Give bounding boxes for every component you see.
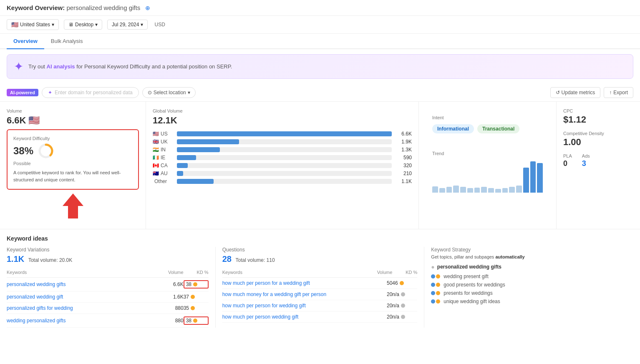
tab-bulk-analysis[interactable]: Bulk Analysis [44,34,90,49]
kd-badge: 46 [392,280,417,286]
kd-dot [191,295,195,299]
us-flag: 🇺🇸 [28,115,40,126]
kd-dot [401,292,405,296]
bar-row: 🇦🇺 AU 210 [153,171,412,176]
bar-value: 1.1K [395,178,412,184]
strategy-item: unique wedding gift ideas [431,299,627,304]
strategy-item: good presents for weddings [431,282,627,288]
update-metrics-button[interactable]: ↺ Update metrics [550,87,601,98]
country-flag: 🇺🇸 [11,21,18,28]
trend-bars [432,159,543,193]
keyword-link[interactable]: how much per person wedding gift [222,314,368,320]
dot1 [431,283,435,287]
strategy-dots [431,274,440,279]
keyword-link[interactable]: wedding personalized gifts [7,318,159,324]
strategy-item-label: unique wedding gift ideas [443,299,500,304]
volume-cell: 20 [367,314,392,320]
kd-badge: 35 [184,305,209,311]
volume-label: Volume [7,108,139,113]
kd-badge: n/a [392,291,417,297]
dot2 [436,291,440,295]
ai-analysis-link[interactable]: AI analysis [47,63,75,70]
country-flag: 🇬🇧 [153,139,159,145]
trend-bar [467,188,473,193]
date-filter[interactable]: Jul 29, 2024 ▾ [107,20,148,30]
keyword-ideas-grid: Keyword Variations 1.1K Total volume: 20… [7,247,633,328]
chevron-down-icon: ▾ [188,90,190,95]
location-select[interactable]: ⊙ Select location ▾ [142,87,196,98]
variations-count: 1.1K [7,254,24,264]
desktop-icon: 🖥 [68,22,73,28]
ads-value: 3 [582,159,590,168]
dot2 [436,283,440,287]
global-volume-label: Global Volume [153,108,412,113]
keyword-link[interactable]: personalized wedding gift [7,294,159,300]
strategy-dots [431,283,440,287]
export-button[interactable]: ↑ Export [604,87,633,98]
trend-bar [488,188,494,193]
strategy-item-label: good presents for weddings [443,282,505,288]
tabs: Overview Bulk Analysis [0,34,640,49]
volume-cell: 50 [367,280,392,286]
kd-dot [401,304,405,308]
bar-country: 🇦🇺 AU [153,171,174,176]
top-bar: Keyword Overview: personalized wedding g… [0,0,640,16]
cpc-value: $1.12 [563,114,633,125]
ai-powered-badge: AI-powered [7,89,38,96]
bar-wrap [177,131,392,136]
strategy-item: presents for weddings [431,290,627,296]
dot1 [431,274,435,279]
dot1 [431,291,435,295]
bar-wrap [177,179,392,184]
global-volume-bars: 🇺🇸 US 6.6K 🇬🇧 UK 1.9K 🇮🇳 IN 1.3K 🇮🇪 IE [153,131,412,184]
ai-banner: ✦ Try out AI analysis for Personal Keywo… [7,54,633,79]
bar-row: 🇮🇳 IN 1.3K [153,147,412,153]
kd-badge: 38 [184,280,209,289]
country-flag: 🇨🇦 [153,163,159,168]
device-filter[interactable]: 🖥 Desktop ▾ [64,20,102,30]
bar-wrap [177,163,392,168]
bar-wrap [177,155,392,160]
kd-dot [400,281,404,285]
country-code: Other [154,178,167,184]
country-flag: 🇦🇺 [153,171,159,176]
bar-row: 🇬🇧 UK 1.9K [153,139,412,145]
tab-overview[interactable]: Overview [7,34,44,49]
bar-wrap [177,171,392,176]
trend-bar [439,188,445,193]
table-row: how much money for a wedding gift per pe… [222,289,418,300]
bullet-icon: ● [431,264,434,270]
bar-fill [177,179,214,184]
country-filter[interactable]: 🇺🇸 United States ▾ [7,19,59,30]
keyword-link[interactable]: how much money for a wedding gift per pe… [222,291,368,297]
volume-cell: 6.6K [159,281,184,287]
domain-input[interactable]: ✦ Enter domain for personalized data [42,87,139,98]
volume-value: 6.6K 🇺🇸 [7,115,139,126]
bar-fill [177,147,220,152]
trend-bar [537,163,543,193]
bar-country: 🇨🇦 CA [153,163,174,168]
location-label: Select location [154,90,186,95]
intent-tag-transactional: Transactional [477,124,519,133]
variations-count-row: 1.1K Total volume: 20.0K [7,254,209,264]
variations-rows: personalized wedding gifts 6.6K 38 perso… [7,278,209,328]
dot1 [431,299,435,304]
table-row: personalized gifts for wedding 880 35 [7,303,209,314]
country-code: UK [161,139,168,145]
plus-icon[interactable]: ⊕ [145,5,150,11]
dot2 [436,274,440,279]
kd-badge: 37 [184,294,209,300]
cpc-label: CPC [563,108,633,113]
kd-level: Possible [13,161,132,166]
strategy-title: Keyword Strategy [431,247,627,253]
variations-title: Keyword Variations [7,247,209,253]
location-icon: ⊙ [148,90,152,95]
variations-total-vol: Total volume: 20.0K [28,257,72,263]
chevron-down-icon: ▾ [141,22,143,28]
keyword-link[interactable]: how much per person for a wedding gift [222,280,368,286]
keyword-link[interactable]: personalized wedding gifts [7,281,159,287]
keyword-link[interactable]: how much per person for wedding gift [222,303,368,309]
keyword-variations-col: Keyword Variations 1.1K Total volume: 20… [7,247,216,328]
keyword-link[interactable]: personalized gifts for wedding [7,305,159,311]
kd-dot [401,315,405,319]
